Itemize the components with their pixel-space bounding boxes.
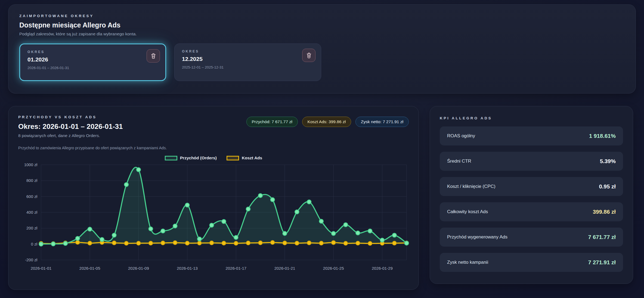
period-card[interactable]: OKRES01.20262026-01-01 – 2026-01-31: [19, 44, 166, 81]
imported-periods-eyebrow: ZAIMPORTOWANE OKRESY: [19, 14, 625, 18]
kpi-label: ROAS ogólny: [447, 133, 475, 139]
revenue-data-point[interactable]: [234, 235, 238, 240]
revenue-data-point[interactable]: [405, 241, 409, 245]
legend-item[interactable]: Koszt Ads: [227, 156, 262, 160]
cost-data-point[interactable]: [124, 241, 128, 245]
kpi-value: 1 918.61%: [589, 133, 616, 139]
cost-data-point[interactable]: [295, 241, 299, 245]
legend-item[interactable]: Przychód (Orders): [165, 156, 217, 160]
cost-data-point[interactable]: [368, 241, 372, 246]
revenue-data-point[interactable]: [137, 168, 141, 172]
revenue-data-point[interactable]: [295, 210, 299, 214]
cost-data-point[interactable]: [197, 241, 202, 245]
period-card[interactable]: OKRES12.20252025-12-01 – 2025-12-31: [174, 44, 321, 81]
x-axis-tick-label: 2026-01-13: [177, 266, 198, 271]
cost-data-point[interactable]: [234, 241, 238, 245]
cost-data-point[interactable]: [392, 241, 397, 245]
kpi-value: 7 271.91 zł: [588, 259, 616, 266]
x-axis-tick-label: 2026-01-17: [225, 266, 246, 271]
chart-header: PRZYCHODY VS KOSZT ADS Okres: 2026-01-01…: [18, 115, 409, 138]
cost-data-point[interactable]: [319, 241, 323, 245]
chart-note: Przychód to zamówienia Allegro przypisan…: [18, 146, 409, 150]
revenue-data-point[interactable]: [39, 242, 43, 246]
cost-data-point[interactable]: [246, 241, 250, 245]
revenue-badge: Przychód: 7 671.77 zł: [246, 117, 298, 127]
revenue-data-point[interactable]: [112, 233, 116, 237]
revenue-data-point[interactable]: [173, 224, 177, 228]
revenue-data-point[interactable]: [185, 203, 189, 207]
cost-data-point[interactable]: [112, 241, 116, 245]
chart-legend: Przychód (Orders)Koszt Ads: [18, 156, 409, 160]
kpi-row: Przychód wygenerowany Ads7 671.77 zł: [440, 228, 623, 247]
cost-data-point[interactable]: [283, 241, 287, 245]
revenue-data-point[interactable]: [100, 237, 104, 241]
revenue-data-point[interactable]: [76, 236, 80, 240]
revenue-data-point[interactable]: [307, 200, 311, 204]
legend-label: Przychód (Orders): [180, 156, 217, 160]
revenue-data-point[interactable]: [392, 233, 397, 237]
kpi-label: Przychód wygenerowany Ads: [447, 234, 507, 240]
revenue-data-point[interactable]: [222, 219, 226, 223]
revenue-data-point[interactable]: [161, 229, 165, 233]
x-axis-tick-label: 2026-01-21: [274, 266, 295, 271]
cost-data-point[interactable]: [76, 240, 80, 244]
x-axis-tick-label: 2026-01-01: [31, 266, 52, 271]
period-card-list: OKRES01.20262026-01-01 – 2026-01-31OKRES…: [19, 44, 625, 81]
delete-period-button[interactable]: [302, 49, 315, 62]
cost-data-point[interactable]: [344, 241, 348, 245]
revenue-data-point[interactable]: [197, 237, 202, 241]
cost-data-point[interactable]: [356, 241, 360, 245]
revenue-data-point[interactable]: [332, 231, 336, 235]
cost-data-point[interactable]: [137, 241, 141, 245]
kpi-label: Średni CTR: [447, 159, 471, 164]
revenue-data-point[interactable]: [344, 223, 348, 227]
cost-data-point[interactable]: [258, 241, 262, 245]
revenue-data-point[interactable]: [319, 219, 323, 223]
profit-badge: Zysk netto: 7 271.91 zł: [355, 117, 409, 127]
cost-data-point[interactable]: [185, 241, 189, 245]
legend-swatch: [165, 156, 177, 160]
revenue-data-point[interactable]: [380, 238, 384, 242]
chart-header-text: PRZYCHODY VS KOSZT ADS Okres: 2026-01-01…: [18, 115, 123, 138]
revenue-data-point[interactable]: [368, 229, 372, 233]
cost-data-point[interactable]: [307, 241, 311, 245]
revenue-data-point[interactable]: [271, 198, 275, 202]
revenue-data-point[interactable]: [356, 231, 360, 235]
kpi-label: Koszt / kliknięcie (CPC): [447, 184, 496, 189]
revenue-vs-cost-panel: PRZYCHODY VS KOSZT ADS Okres: 2026-01-01…: [8, 106, 419, 290]
kpi-value: 5.39%: [600, 158, 616, 164]
legend-swatch: [227, 156, 239, 160]
x-axis-tick-label: 2026-01-29: [372, 266, 393, 271]
cost-data-point[interactable]: [173, 241, 177, 245]
cost-data-point[interactable]: [222, 241, 226, 245]
kpi-value: 7 671.77 zł: [588, 234, 616, 240]
cost-data-point[interactable]: [149, 241, 153, 245]
revenue-data-point[interactable]: [210, 223, 214, 227]
revenue-data-point[interactable]: [258, 194, 262, 198]
kpi-panel: KPI ALLEGRO ADS ROAS ogólny1 918.61%Śred…: [430, 106, 633, 284]
period-value: 12.2025: [182, 56, 314, 62]
cost-data-point[interactable]: [332, 241, 336, 245]
line-chart[interactable]: 1000 zł800 zł600 zł400 zł200 zł0 zł-200 …: [18, 162, 409, 276]
revenue-data-point[interactable]: [88, 227, 92, 231]
kpi-value: 0.95 zł: [599, 183, 616, 190]
cost-data-point[interactable]: [88, 241, 92, 245]
bottom-row: PRZYCHODY VS KOSZT ADS Okres: 2026-01-01…: [8, 106, 636, 290]
revenue-data-point[interactable]: [63, 241, 67, 246]
revenue-data-point[interactable]: [149, 227, 153, 231]
revenue-data-point[interactable]: [51, 242, 55, 246]
kpi-row: Zysk netto kampanii7 271.91 zł: [440, 253, 623, 272]
kpi-value: 399.86 zł: [593, 209, 616, 215]
cost-data-point[interactable]: [161, 241, 165, 245]
kpi-row: Średni CTR5.39%: [440, 152, 623, 171]
y-axis-tick-label: 600 zł: [26, 194, 38, 199]
revenue-data-point[interactable]: [124, 182, 128, 187]
revenue-data-point[interactable]: [283, 231, 287, 235]
kpi-row: ROAS ogólny1 918.61%: [440, 126, 623, 145]
chart-title: Okres: 2026-01-01 – 2026-01-31: [18, 122, 123, 131]
cost-data-point[interactable]: [271, 240, 275, 244]
revenue-data-point[interactable]: [246, 207, 250, 211]
delete-period-button[interactable]: [147, 49, 160, 63]
y-axis-tick-label: 800 zł: [26, 178, 38, 183]
cost-data-point[interactable]: [210, 241, 214, 245]
